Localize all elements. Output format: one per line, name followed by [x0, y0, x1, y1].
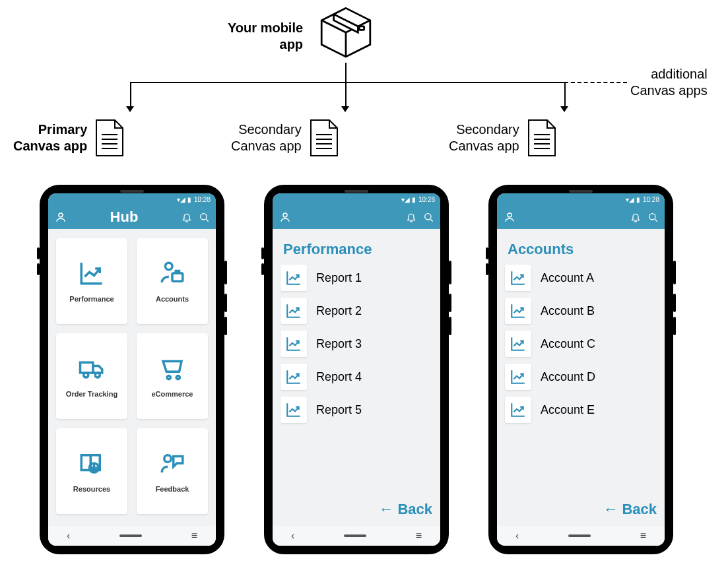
svg-point-23 — [167, 375, 170, 379]
svg-rect-19 — [172, 273, 183, 281]
root-app-label: Your mobileapp — [228, 20, 303, 53]
menu-nav-icon[interactable]: ≡ — [191, 530, 197, 542]
menu-nav-icon[interactable]: ≡ — [640, 530, 646, 542]
connector — [564, 82, 566, 108]
back-nav-icon[interactable]: ‹ — [291, 530, 294, 542]
svg-line-32 — [655, 219, 657, 221]
list-item-label: Report 5 — [316, 403, 362, 417]
tile-label: Performance — [69, 295, 114, 303]
doc-label: SecondaryCanvas app — [231, 121, 302, 154]
list-item-label: Report 3 — [316, 337, 362, 351]
list-item-label: Account C — [541, 337, 595, 351]
report-list-item[interactable]: Report 4 — [281, 364, 432, 390]
account-list-item[interactable]: Account C — [505, 331, 657, 357]
doc-label: SecondaryCanvas app — [449, 121, 519, 154]
report-list-item[interactable]: Report 5 — [281, 397, 432, 423]
svg-point-15 — [59, 213, 63, 217]
signal-icon: ▾◢ ▮ — [401, 196, 416, 203]
svg-point-24 — [176, 375, 180, 379]
back-link[interactable]: ← Back — [379, 501, 432, 518]
account-list-item[interactable]: Account E — [505, 397, 657, 423]
document-icon — [308, 119, 340, 157]
bell-icon[interactable] — [630, 212, 641, 222]
tile-label: eCommerce — [152, 390, 193, 398]
app-topbar: Hub — [48, 205, 216, 229]
clock: 10:28 — [194, 196, 211, 203]
arrowhead-icon — [341, 106, 349, 112]
hub-tile-feedback[interactable]: Feedback — [137, 428, 208, 514]
additional-canvas-apps-label: additionalCanvas apps — [630, 66, 708, 99]
status-bar: ▾◢ ▮ 10:28 — [48, 193, 216, 205]
user-briefcase-icon — [158, 259, 186, 290]
phone-hub: ▾◢ ▮ 10:28 Hub Performance Accounts Orde… — [40, 185, 224, 554]
report-list-item[interactable]: Report 3 — [281, 331, 432, 357]
box-icon — [315, 3, 376, 64]
report-list-item[interactable]: Report 1 — [281, 265, 432, 291]
truck-icon — [78, 354, 106, 385]
search-icon[interactable] — [199, 212, 209, 222]
back-link[interactable]: ← Back — [603, 501, 657, 518]
account-list-item[interactable]: Account A — [505, 265, 657, 291]
app-topbar — [273, 205, 440, 229]
chart-up-icon — [281, 364, 307, 390]
search-icon[interactable] — [647, 212, 658, 222]
accounts-content: Accounts Account A Account B Account C A… — [497, 229, 665, 526]
status-bar: ▾◢ ▮ 10:28 — [497, 193, 665, 205]
hub-tile-performance[interactable]: Performance — [56, 238, 127, 324]
clock: 10:28 — [418, 196, 435, 203]
list-item-label: Report 2 — [316, 304, 362, 318]
list-item-label: Report 1 — [316, 271, 362, 285]
home-nav-pill[interactable] — [344, 534, 366, 537]
back-nav-icon[interactable]: ‹ — [515, 530, 519, 542]
clock: 10:28 — [643, 196, 659, 203]
user-icon[interactable] — [504, 211, 515, 223]
chart-up-icon — [505, 265, 531, 291]
chart-up-icon — [505, 364, 531, 390]
document-icon — [94, 119, 125, 157]
connector — [130, 82, 566, 83]
hub-tile-accounts[interactable]: Accounts — [137, 238, 208, 324]
menu-nav-icon[interactable]: ≡ — [416, 530, 422, 542]
svg-point-18 — [166, 263, 173, 270]
bell-icon[interactable] — [182, 212, 192, 222]
account-list-item[interactable]: Account B — [505, 298, 657, 324]
chart-up-icon — [78, 259, 106, 290]
book-globe-icon — [78, 449, 106, 480]
phone-performance: ▾◢ ▮ 10:28 Performance Report 1 Report 2 — [264, 185, 449, 554]
app-title: Hub — [110, 209, 139, 226]
arrowhead-icon — [126, 106, 134, 112]
android-navbar: ‹ ≡ — [48, 526, 216, 546]
chart-up-icon — [281, 265, 307, 291]
performance-content: Performance Report 1 Report 2 Report 3 R… — [273, 229, 440, 526]
section-title: Performance — [283, 241, 430, 258]
search-icon[interactable] — [423, 212, 434, 222]
report-list-item[interactable]: Report 2 — [281, 298, 432, 324]
tile-label: Order Tracking — [66, 390, 117, 398]
doc-label: PrimaryCanvas app — [13, 121, 87, 154]
secondary-canvas-app-block: SecondaryCanvas app — [449, 119, 558, 157]
chart-up-icon — [281, 397, 307, 423]
svg-point-31 — [649, 214, 655, 220]
list-item-label: Account A — [541, 271, 594, 285]
cart-icon — [158, 354, 186, 385]
user-icon[interactable] — [55, 211, 67, 223]
home-nav-pill[interactable] — [119, 534, 142, 537]
chart-up-icon — [505, 397, 531, 423]
svg-point-26 — [164, 455, 172, 463]
bell-icon[interactable] — [406, 212, 416, 222]
home-nav-pill[interactable] — [568, 534, 591, 537]
hub-tile-ecommerce[interactable]: eCommerce — [137, 333, 208, 419]
section-title: Accounts — [508, 241, 654, 258]
hub-tile-order-tracking[interactable]: Order Tracking — [56, 333, 127, 419]
chart-up-icon — [505, 298, 531, 324]
back-nav-icon[interactable]: ‹ — [67, 530, 70, 542]
phone-accounts: ▾◢ ▮ 10:28 Accounts Account A Account B — [488, 185, 673, 554]
svg-point-28 — [425, 214, 431, 220]
account-list-item[interactable]: Account D — [505, 364, 657, 390]
tile-label: Feedback — [156, 485, 189, 493]
list-item-label: Account E — [541, 403, 595, 417]
arrowhead-icon — [560, 106, 568, 112]
user-icon[interactable] — [279, 211, 291, 223]
hub-tile-resources[interactable]: Resources — [56, 428, 127, 514]
svg-point-22 — [95, 373, 100, 377]
